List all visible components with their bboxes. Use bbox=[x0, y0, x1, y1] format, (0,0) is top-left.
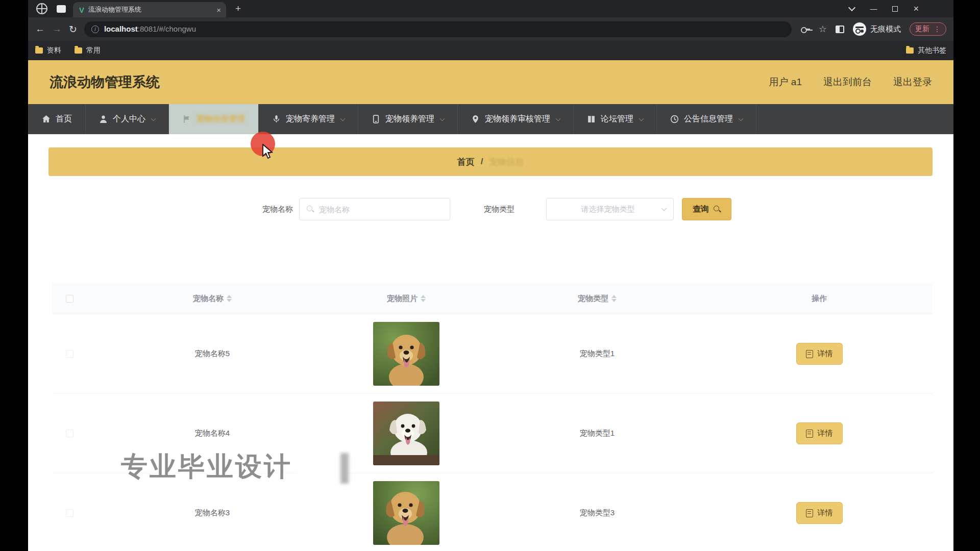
pet-name-label: 宠物名称 bbox=[262, 205, 293, 214]
logout-link[interactable]: 退出登录 bbox=[893, 76, 932, 89]
breadcrumb: 首页 / 宠物信息 bbox=[48, 147, 933, 176]
detail-button[interactable]: 详情 bbox=[796, 502, 843, 524]
chevron-down-icon bbox=[739, 116, 744, 121]
pin-icon bbox=[471, 115, 480, 123]
app-title: 流浪动物管理系统 bbox=[50, 73, 160, 91]
col-header-photo[interactable]: 宠物照片 bbox=[338, 294, 475, 304]
bookmark-folder-ziliao[interactable]: 资料 bbox=[35, 46, 61, 55]
bookmarks-bar: 资料 常用 其他书签 bbox=[28, 41, 953, 60]
table-header-row: 宠物名称 宠物照片 宠物类型 操作 bbox=[52, 283, 933, 314]
search-icon bbox=[307, 206, 314, 213]
search-icon bbox=[714, 206, 721, 213]
document-icon bbox=[806, 509, 813, 517]
folder-icon bbox=[35, 47, 43, 54]
address-bar: ← → ↻ i localhost:8081/#/chongwu ☆ 无痕模式 … bbox=[28, 17, 953, 41]
chevron-down-icon bbox=[440, 116, 445, 121]
select-all-checkbox[interactable] bbox=[66, 295, 74, 303]
bookmark-star-icon[interactable]: ☆ bbox=[819, 23, 827, 35]
query-button[interactable]: 查询 bbox=[682, 198, 731, 220]
home-icon bbox=[42, 115, 51, 123]
chevron-down-icon bbox=[639, 116, 644, 121]
password-key-icon[interactable] bbox=[801, 24, 810, 34]
close-window-button[interactable]: × bbox=[913, 4, 919, 14]
mouse-cursor-icon bbox=[262, 144, 273, 159]
new-tab-button[interactable]: + bbox=[235, 3, 241, 14]
browser-window: V 流浪动物管理系统 × + — × ← → ↻ i localhost:808… bbox=[28, 0, 953, 551]
pet-table: 宠物名称 宠物照片 宠物类型 操作 宠物名称5 宠物类型1 bbox=[52, 283, 933, 551]
pet-type-cell: 宠物类型1 bbox=[475, 429, 720, 438]
nav-item-notice[interactable]: 公告信息管理 bbox=[657, 104, 756, 134]
document-icon bbox=[806, 430, 813, 438]
detail-button[interactable]: 详情 bbox=[796, 422, 843, 444]
url-host: localhost bbox=[104, 24, 138, 33]
pet-name-input-wrap bbox=[299, 198, 450, 220]
chevron-down-icon bbox=[556, 116, 561, 121]
user-icon bbox=[99, 115, 108, 123]
nav-item-adopt-audit[interactable]: 宠物领养审核管理 bbox=[458, 104, 574, 134]
flag-icon bbox=[182, 115, 191, 123]
pet-type-select[interactable]: 请选择宠物类型 bbox=[546, 198, 674, 220]
tab-close-icon[interactable]: × bbox=[216, 6, 221, 14]
reload-button[interactable]: ↻ bbox=[69, 23, 77, 35]
sort-icon[interactable] bbox=[611, 295, 617, 302]
col-header-name[interactable]: 宠物名称 bbox=[87, 294, 338, 304]
chevron-down-icon bbox=[661, 205, 667, 211]
pet-name-cell: 宠物名称5 bbox=[87, 349, 338, 359]
other-bookmarks-button[interactable]: 其他书签 bbox=[906, 46, 946, 55]
golden-dog-photo[interactable] bbox=[373, 481, 439, 545]
row-checkbox[interactable] bbox=[66, 509, 74, 517]
more-menu-icon: ⋮ bbox=[934, 25, 941, 33]
censored-blur-smudge bbox=[340, 453, 349, 484]
pinned-tab[interactable] bbox=[57, 5, 66, 13]
row-checkbox[interactable] bbox=[66, 350, 74, 358]
url-field[interactable]: i localhost:8081/#/chongwu bbox=[84, 21, 792, 37]
folder-icon bbox=[75, 47, 82, 54]
white-dog-photo[interactable] bbox=[373, 402, 439, 465]
active-tab[interactable]: V 流浪动物管理系统 × bbox=[73, 2, 226, 17]
nav-item-adopt[interactable]: 宠物领养管理 bbox=[358, 104, 458, 134]
detail-button[interactable]: 详情 bbox=[796, 343, 843, 365]
minimize-button[interactable]: — bbox=[870, 5, 877, 13]
row-checkbox[interactable] bbox=[66, 430, 74, 437]
incognito-indicator: 无痕模式 bbox=[853, 22, 901, 36]
nav-item-forum[interactable]: 论坛管理 bbox=[574, 104, 657, 134]
maximize-button[interactable] bbox=[892, 6, 898, 12]
pet-type-cell: 宠物类型1 bbox=[475, 349, 720, 359]
pet-type-label: 宠物类型 bbox=[484, 205, 514, 214]
breadcrumb-separator: / bbox=[481, 157, 483, 167]
back-button[interactable]: ← bbox=[35, 23, 45, 35]
exit-to-front-link[interactable]: 退出到前台 bbox=[823, 76, 872, 89]
col-header-type[interactable]: 宠物类型 bbox=[475, 294, 720, 304]
browser-logo-icon[interactable] bbox=[36, 3, 47, 14]
watermark-text: 专业毕业设计 bbox=[121, 449, 292, 485]
nav-item-pet-info[interactable]: 宠物信息管理 bbox=[169, 104, 259, 134]
folder-icon bbox=[906, 47, 914, 54]
chevron-down-icon bbox=[340, 116, 346, 121]
vue-favicon-icon: V bbox=[79, 6, 84, 14]
nav-item-foster[interactable]: 宠物寄养管理 bbox=[259, 104, 358, 134]
table-row: 宠物名称5 宠物类型1 详情 bbox=[52, 314, 933, 394]
tab-search-chevron-icon[interactable] bbox=[848, 4, 855, 11]
nav-item-profile[interactable]: 个人中心 bbox=[86, 104, 169, 134]
nav-item-home[interactable]: 首页 bbox=[28, 104, 86, 134]
col-header-action: 操作 bbox=[720, 294, 919, 304]
sort-icon[interactable] bbox=[227, 295, 232, 302]
mic-icon bbox=[272, 115, 281, 123]
pet-name-input[interactable] bbox=[319, 205, 443, 214]
sort-icon[interactable] bbox=[421, 295, 426, 302]
browser-tab-strip: V 流浪动物管理系统 × + — × bbox=[28, 0, 953, 17]
chevron-down-icon bbox=[151, 116, 156, 121]
tab-title: 流浪动物管理系统 bbox=[88, 5, 212, 14]
forward-button[interactable]: → bbox=[52, 23, 62, 35]
pet-type-placeholder: 请选择宠物类型 bbox=[554, 205, 662, 214]
side-panel-icon[interactable] bbox=[836, 26, 844, 33]
golden-dog-photo[interactable] bbox=[373, 322, 439, 386]
incognito-icon bbox=[853, 22, 866, 36]
book-icon bbox=[587, 115, 596, 123]
site-info-icon[interactable]: i bbox=[91, 26, 99, 33]
bookmark-folder-changyong[interactable]: 常用 bbox=[75, 46, 101, 55]
current-user-label: 用户 a1 bbox=[769, 76, 802, 89]
breadcrumb-home[interactable]: 首页 bbox=[457, 156, 475, 168]
video-frame: V 流浪动物管理系统 × + — × ← → ↻ i localhost:808… bbox=[0, 0, 980, 551]
browser-update-menu[interactable]: 更新 ⋮ bbox=[910, 22, 946, 36]
